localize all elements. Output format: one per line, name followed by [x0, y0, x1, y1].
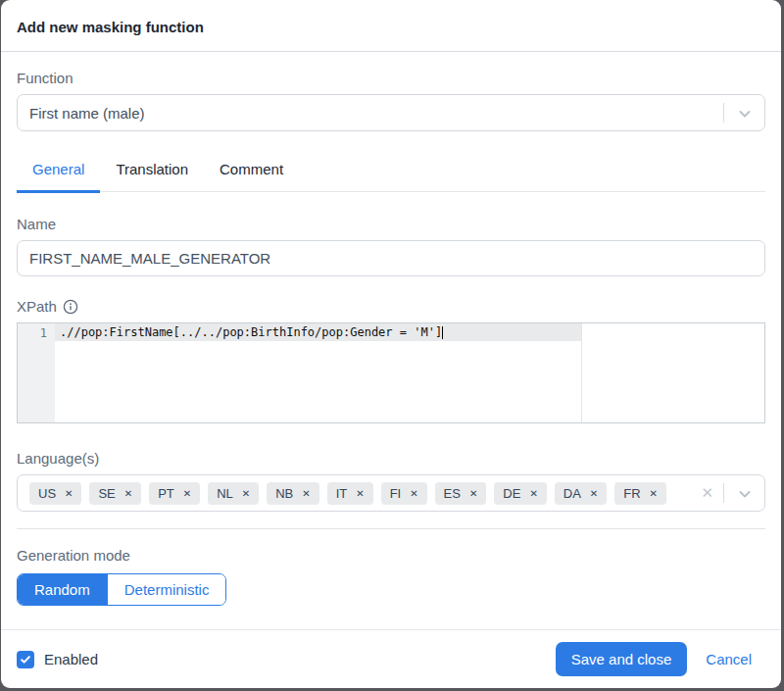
- remove-tag-icon[interactable]: ✕: [65, 488, 73, 499]
- tab-general[interactable]: General: [17, 161, 100, 193]
- name-input[interactable]: [17, 240, 765, 276]
- text-cursor: [442, 326, 443, 339]
- language-tag-fr: FR✕: [614, 482, 666, 505]
- generation-mode-label: Generation mode: [17, 547, 765, 564]
- remove-tag-icon[interactable]: ✕: [590, 488, 598, 499]
- tab-translation[interactable]: Translation: [100, 161, 204, 191]
- clear-all-icon[interactable]: ✕: [701, 484, 713, 502]
- section-divider: [17, 528, 765, 529]
- function-select-value: First name (male): [29, 105, 145, 122]
- editor-active-line: .//pop:FirstName[../../pop:BirthInfo/pop…: [55, 323, 581, 341]
- languages-multiselect[interactable]: US✕SE✕PT✕NL✕NB✕IT✕FI✕ES✕DE✕DA✕FR✕ ✕: [17, 474, 765, 512]
- editor-code-region[interactable]: .//pop:FirstName[../../pop:BirthInfo/pop…: [55, 323, 581, 422]
- language-tag-es: ES✕: [435, 482, 487, 505]
- select-divider: [723, 103, 724, 123]
- generation-mode-random[interactable]: Random: [18, 574, 107, 605]
- tab-comment[interactable]: Comment: [204, 161, 299, 191]
- language-tag-label: FR: [623, 486, 640, 501]
- generation-mode-toggle: Random Deterministic: [17, 573, 226, 606]
- language-tag-label: DA: [564, 486, 581, 501]
- language-tag-label: DE: [503, 486, 520, 501]
- xpath-label: XPath: [17, 298, 57, 315]
- xpath-code-editor[interactable]: 1 .//pop:FirstName[../../pop:BirthInfo/p…: [17, 322, 765, 423]
- language-tag-pt: PT✕: [149, 482, 200, 505]
- chevron-down-icon[interactable]: [738, 107, 752, 123]
- remove-tag-icon[interactable]: ✕: [410, 488, 417, 499]
- language-tag-fi: FI✕: [381, 482, 427, 505]
- dialog-body: Function First name (male) General Trans…: [1, 52, 781, 629]
- xpath-code-text: .//pop:FirstName[../../pop:BirthInfo/pop…: [60, 323, 442, 341]
- generation-mode-deterministic[interactable]: Deterministic: [107, 574, 226, 605]
- editor-empty-area: [582, 323, 764, 422]
- dialog-title: Add new masking function: [17, 19, 765, 35]
- info-icon[interactable]: [63, 299, 78, 315]
- remove-tag-icon[interactable]: ✕: [302, 488, 310, 499]
- cancel-button[interactable]: Cancel: [706, 651, 752, 667]
- language-tag-nb: NB✕: [267, 482, 318, 505]
- enabled-label: Enabled: [44, 651, 98, 667]
- save-and-close-button[interactable]: Save and close: [556, 642, 688, 676]
- language-tag-label: NL: [217, 486, 233, 501]
- language-tag-us: US✕: [29, 482, 81, 505]
- remove-tag-icon[interactable]: ✕: [469, 488, 477, 499]
- language-tag-label: IT: [336, 486, 348, 501]
- chevron-down-icon[interactable]: [738, 487, 752, 504]
- language-tag-label: SE: [98, 486, 115, 501]
- remove-tag-icon[interactable]: ✕: [183, 488, 191, 499]
- language-tag-label: FI: [390, 486, 402, 501]
- name-label: Name: [17, 216, 765, 232]
- language-tag-nl: NL✕: [208, 482, 259, 505]
- language-tag-it: IT✕: [327, 482, 373, 505]
- dialog-header: Add new masking function: [1, 0, 781, 52]
- remove-tag-icon[interactable]: ✕: [356, 488, 364, 499]
- function-label: Function: [17, 70, 765, 86]
- enabled-checkbox[interactable]: [17, 651, 34, 668]
- editor-line-number-gutter: 1: [18, 323, 55, 422]
- language-tag-label: PT: [158, 486, 174, 501]
- add-masking-function-dialog: Add new masking function Function First …: [1, 0, 781, 688]
- remove-tag-icon[interactable]: ✕: [650, 488, 658, 499]
- tab-bar: General Translation Comment: [17, 161, 765, 192]
- checkmark-icon: [20, 654, 31, 666]
- language-tag-da: DA✕: [555, 482, 607, 505]
- remove-tag-icon[interactable]: ✕: [124, 488, 132, 499]
- remove-tag-icon[interactable]: ✕: [529, 488, 537, 499]
- language-tag-se: SE✕: [89, 482, 141, 505]
- function-select[interactable]: First name (male): [17, 94, 765, 131]
- dialog-footer: Enabled Save and close Cancel: [1, 629, 781, 688]
- language-tag-de: DE✕: [494, 482, 546, 505]
- languages-label: Language(s): [17, 450, 765, 467]
- language-tag-label: NB: [275, 486, 293, 501]
- language-tag-label: US: [38, 486, 56, 501]
- language-tag-label: ES: [444, 486, 461, 501]
- select-divider: [723, 483, 724, 503]
- remove-tag-icon[interactable]: ✕: [242, 488, 250, 499]
